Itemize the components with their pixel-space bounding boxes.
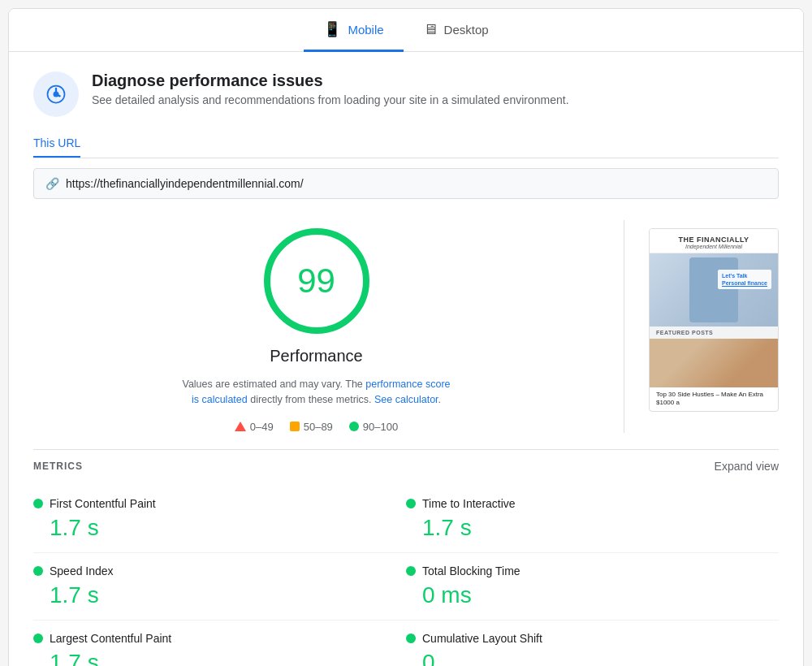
preview-header: THE FINANCIALLY Independent Millennial <box>650 229 778 253</box>
legend-item-poor: 0–49 <box>235 421 274 433</box>
metric-value-si: 1.7 s <box>33 582 374 608</box>
metric-card-tti: Time to Interactive 1.7 s <box>406 486 779 553</box>
url-display: https://thefinanciallyindependentmillenn… <box>66 177 304 190</box>
score-number: 99 <box>297 262 335 301</box>
metrics-section: METRICS Expand view First Contentful Pai… <box>9 449 803 667</box>
metric-value-lcp: 1.7 s <box>33 650 374 667</box>
metrics-title: METRICS <box>33 461 83 472</box>
legend-square-icon <box>290 422 300 431</box>
legend-range-average: 50–89 <box>304 421 333 433</box>
metric-name-row-lcp: Largest Contentful Paint <box>33 632 374 645</box>
preview-featured-label: FEATURED POSTS <box>650 327 778 339</box>
metric-name-tbt: Total Blocking Time <box>422 564 520 577</box>
metric-card-tbt: Total Blocking Time 0 ms <box>406 553 779 621</box>
legend: 0–49 50–89 90–100 <box>235 421 398 433</box>
preview-caption: Top 30 Side Hustles – Make An Extra $100… <box>650 387 778 411</box>
url-tab-bar: This URL <box>33 130 779 158</box>
score-note-text1: Values are estimated and may vary. The <box>182 378 365 390</box>
metric-card-fcp: First Contentful Paint 1.7 s <box>33 486 406 553</box>
metric-value-fcp: 1.7 s <box>33 515 374 541</box>
metric-dot-si <box>33 566 43 576</box>
header-description: See detailed analysis and recommendation… <box>92 93 569 106</box>
legend-item-average: 50–89 <box>290 421 333 433</box>
score-note-text2: directly from these metrics. <box>248 394 374 405</box>
metric-name-fcp: First Contentful Paint <box>50 497 156 510</box>
metric-name-si: Speed Index <box>50 564 114 577</box>
preview-badge-line2: Personal finance <box>722 279 767 287</box>
header-icon-wrap <box>33 71 79 117</box>
link-icon: 🔗 <box>45 177 59 190</box>
calculator-link[interactable]: See calculator <box>374 394 438 405</box>
desktop-icon: 🖥 <box>423 21 438 38</box>
url-input-row: 🔗 https://thefinanciallyindependentmille… <box>33 168 779 199</box>
header-text: Diagnose performance issues See detailed… <box>92 71 569 106</box>
preview-badge: Let's Talk Personal finance <box>718 270 771 289</box>
preview-badge-line1: Let's Talk <box>722 272 767 279</box>
metric-dot-tti <box>406 499 416 508</box>
tab-desktop-label: Desktop <box>444 23 489 37</box>
tab-desktop[interactable]: 🖥 Desktop <box>404 9 508 52</box>
preview-site-sub: Independent Millennial <box>658 244 770 249</box>
legend-item-good: 90–100 <box>349 421 398 433</box>
legend-triangle-icon <box>235 422 246 431</box>
score-label: Performance <box>270 347 363 365</box>
metric-name-row-tti: Time to Interactive <box>406 497 762 510</box>
metric-dot-cls <box>406 634 416 643</box>
metrics-header: METRICS Expand view <box>33 449 779 479</box>
score-note-end: . <box>438 394 441 405</box>
score-note: Values are estimated and may vary. The p… <box>179 377 455 408</box>
expand-view-button[interactable]: Expand view <box>715 460 779 473</box>
url-section: This URL 🔗 https://thefinanciallyindepen… <box>9 130 803 199</box>
score-section: 99 Performance Values are estimated and … <box>33 220 599 433</box>
svg-point-2 <box>54 92 59 97</box>
metrics-grid: First Contentful Paint 1.7 s Time to Int… <box>33 486 779 667</box>
metric-dot-fcp <box>33 499 43 508</box>
metric-dot-tbt <box>406 566 416 576</box>
tab-bar: 📱 Mobile 🖥 Desktop <box>9 9 803 52</box>
legend-range-poor: 0–49 <box>250 421 274 433</box>
preview-section: THE FINANCIALLY Independent Millennial L… <box>649 220 779 433</box>
metric-name-row-tbt: Total Blocking Time <box>406 564 762 577</box>
metric-name-cls: Cumulative Layout Shift <box>422 632 542 645</box>
main-content: 99 Performance Values are estimated and … <box>9 212 803 449</box>
tab-mobile-label: Mobile <box>348 23 383 37</box>
metric-name-lcp: Largest Contentful Paint <box>50 632 171 645</box>
metric-card-si: Speed Index 1.7 s <box>33 553 406 621</box>
score-circle: 99 <box>264 228 369 334</box>
metric-dot-lcp <box>33 634 43 643</box>
tab-mobile[interactable]: 📱 Mobile <box>304 9 403 52</box>
legend-range-good: 90–100 <box>363 421 398 433</box>
legend-circle-icon <box>349 422 359 431</box>
this-url-tab[interactable]: This URL <box>33 130 80 158</box>
preview-site-name: THE FINANCIALLY <box>658 236 770 244</box>
metric-name-row-fcp: First Contentful Paint <box>33 497 374 510</box>
mobile-icon: 📱 <box>323 20 341 38</box>
diagnose-icon <box>45 83 67 106</box>
preview-frame: THE FINANCIALLY Independent Millennial L… <box>649 228 779 412</box>
preview-hero-image: Let's Talk Personal finance <box>650 253 778 327</box>
preview-thumb-image <box>650 339 778 387</box>
metric-name-row-cls: Cumulative Layout Shift <box>406 632 762 645</box>
metric-card-cls: Cumulative Layout Shift 0 <box>406 621 779 667</box>
metric-name-tti: Time to Interactive <box>422 497 516 510</box>
header-section: Diagnose performance issues See detailed… <box>9 52 803 130</box>
metric-card-lcp: Largest Contentful Paint 1.7 s <box>33 621 406 667</box>
metric-value-tti: 1.7 s <box>406 515 762 541</box>
metric-value-cls: 0 <box>406 650 762 667</box>
main-container: 📱 Mobile 🖥 Desktop Diagnose performance … <box>8 8 804 666</box>
preview-person-image <box>689 257 738 322</box>
header-title: Diagnose performance issues <box>92 71 569 90</box>
metric-name-row-si: Speed Index <box>33 564 374 577</box>
metric-value-tbt: 0 ms <box>406 582 762 608</box>
section-divider <box>624 220 624 433</box>
